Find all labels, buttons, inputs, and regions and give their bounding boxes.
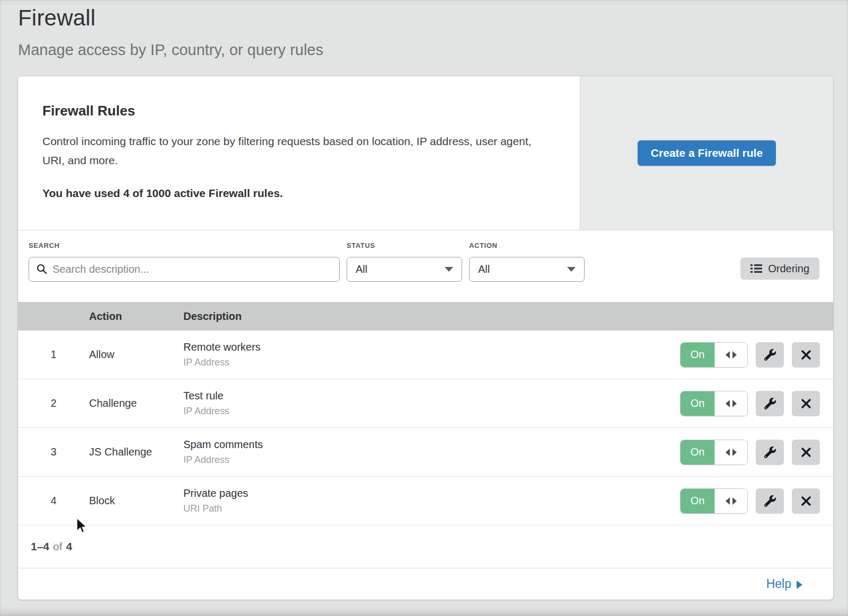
- rule-description-cell: Private pages URI Path: [183, 487, 674, 514]
- info-text-panel: Firewall Rules Control incoming traffic …: [18, 76, 580, 230]
- arrow-right-icon: [732, 400, 737, 407]
- toggle-handle[interactable]: [714, 440, 747, 465]
- rule-description: Private pages: [183, 487, 674, 499]
- arrow-left-icon: [726, 351, 730, 359]
- rule-description-cell: Remote workers IP Address: [183, 341, 674, 368]
- create-rule-panel: Create a Firewall rule: [580, 76, 833, 230]
- rule-controls: On: [674, 391, 833, 416]
- rule-action: JS Challenge: [89, 446, 183, 458]
- action-label: ACTION: [469, 242, 585, 249]
- rule-action: Block: [89, 495, 183, 507]
- rule-priority: 3: [18, 446, 89, 458]
- wrench-icon: [764, 398, 776, 409]
- toggle-on-label: On: [681, 391, 714, 416]
- delete-rule-button[interactable]: [792, 342, 820, 368]
- arrow-right-icon: [797, 581, 802, 589]
- delete-rule-button[interactable]: [792, 440, 820, 465]
- help-link-label: Help: [766, 577, 791, 591]
- action-column-header: Action: [89, 310, 183, 323]
- table-row: 2 Challenge Test rule IP Address On: [18, 379, 833, 428]
- table-row: 4 Block Private pages URI Path On: [18, 477, 833, 525]
- create-firewall-rule-button[interactable]: Create a Firewall rule: [638, 140, 776, 166]
- rule-controls: On: [674, 342, 833, 368]
- wrench-icon: [764, 447, 776, 458]
- ordering-button[interactable]: Ordering: [740, 257, 819, 280]
- edit-rule-button[interactable]: [756, 391, 784, 416]
- rule-priority: 1: [18, 349, 89, 361]
- chevron-down-icon: [567, 267, 576, 272]
- toggle-handle[interactable]: [714, 391, 747, 416]
- info-description: Control incoming traffic to your zone by…: [42, 132, 543, 170]
- page-title: Firewall: [18, 5, 830, 31]
- page-header: Firewall Manage access by IP, country, o…: [0, 0, 848, 59]
- delete-rule-button[interactable]: [792, 391, 820, 416]
- rule-priority: 4: [18, 495, 89, 507]
- close-icon: [801, 350, 811, 360]
- rule-enabled-toggle[interactable]: On: [680, 342, 748, 368]
- rule-description-cell: Test rule IP Address: [183, 390, 674, 417]
- ordered-list-icon: [750, 263, 762, 274]
- info-section: Firewall Rules Control incoming traffic …: [18, 76, 833, 230]
- arrow-left-icon: [726, 449, 730, 456]
- search-input[interactable]: [29, 257, 340, 282]
- rule-description: Test rule: [183, 390, 674, 402]
- table-row: 3 JS Challenge Spam comments IP Address …: [18, 428, 833, 477]
- toggle-on-label: On: [681, 489, 714, 513]
- rule-match-type: IP Address: [183, 406, 674, 417]
- pagination-range: 1–4: [31, 540, 49, 553]
- page-subtitle: Manage access by IP, country, or query r…: [18, 41, 830, 59]
- rule-action: Allow: [89, 349, 183, 361]
- wrench-icon: [764, 495, 776, 507]
- rule-description: Remote workers: [183, 341, 674, 353]
- toggle-handle[interactable]: [714, 343, 747, 367]
- chevron-down-icon: [445, 267, 453, 272]
- table-header: Action Description: [18, 302, 833, 331]
- rule-match-type: IP Address: [183, 357, 674, 368]
- toggle-on-label: On: [681, 343, 714, 367]
- edit-rule-button[interactable]: [756, 342, 784, 368]
- arrow-left-icon: [726, 400, 730, 407]
- delete-rule-button[interactable]: [792, 488, 820, 514]
- rule-enabled-toggle[interactable]: On: [680, 391, 748, 416]
- close-icon: [801, 496, 811, 506]
- search-label: SEARCH: [29, 242, 340, 249]
- help-link[interactable]: Help: [766, 577, 802, 591]
- filter-bar: SEARCH STATUS All ACTION All: [18, 230, 833, 302]
- rule-controls: On: [674, 488, 833, 514]
- toggle-handle[interactable]: [714, 489, 747, 513]
- description-column-header: Description: [183, 310, 674, 323]
- rule-description-cell: Spam comments IP Address: [183, 439, 674, 466]
- pagination-total: 4: [66, 540, 73, 553]
- action-dropdown[interactable]: All: [469, 257, 585, 282]
- search-filter-group: SEARCH: [29, 242, 340, 282]
- wrench-icon: [764, 349, 776, 361]
- action-filter-group: ACTION All: [469, 242, 585, 282]
- table-body: 1 Allow Remote workers IP Address On: [18, 331, 833, 525]
- search-field-wrap: [29, 257, 340, 282]
- status-filter-group: STATUS All: [347, 242, 462, 282]
- action-dropdown-value: All: [478, 263, 490, 275]
- ordering-button-label: Ordering: [768, 263, 809, 275]
- rule-priority: 2: [18, 397, 89, 409]
- status-dropdown[interactable]: All: [347, 257, 462, 282]
- status-dropdown-value: All: [356, 263, 367, 275]
- rule-enabled-toggle[interactable]: On: [680, 440, 748, 465]
- pagination-of: of: [53, 540, 63, 553]
- arrow-right-icon: [732, 449, 737, 456]
- search-icon: [36, 263, 48, 277]
- rule-description: Spam comments: [183, 439, 674, 451]
- rule-controls: On: [674, 440, 833, 465]
- edit-rule-button[interactable]: [756, 440, 784, 465]
- info-title: Firewall Rules: [42, 103, 548, 119]
- edit-rule-button[interactable]: [756, 488, 784, 514]
- rule-match-type: URI Path: [183, 503, 674, 514]
- status-label: STATUS: [347, 242, 462, 249]
- arrow-right-icon: [732, 497, 737, 505]
- rule-action: Challenge: [89, 397, 183, 409]
- arrow-right-icon: [732, 351, 737, 359]
- rule-match-type: IP Address: [183, 454, 674, 466]
- rule-enabled-toggle[interactable]: On: [680, 488, 748, 514]
- close-icon: [801, 447, 811, 458]
- usage-summary: You have used 4 of 1000 active Firewall …: [42, 187, 548, 200]
- arrow-left-icon: [726, 497, 730, 505]
